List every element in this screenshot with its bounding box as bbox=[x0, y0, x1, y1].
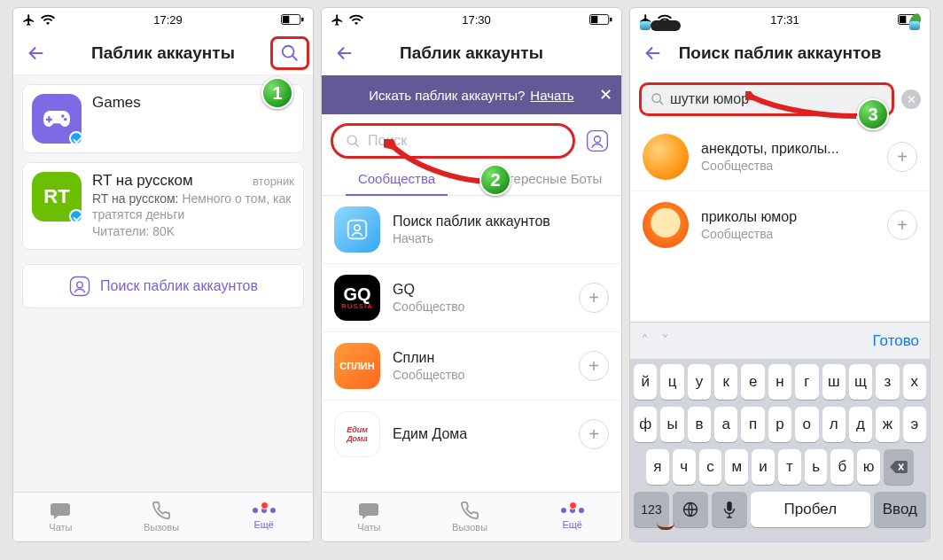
key-к[interactable]: к bbox=[714, 364, 737, 400]
key-ц[interactable]: ц bbox=[660, 364, 683, 400]
svg-point-3 bbox=[283, 46, 294, 58]
key-ж[interactable]: ж bbox=[876, 407, 899, 442]
add-button[interactable]: + bbox=[887, 142, 917, 172]
list-item[interactable]: Поиск паблик аккаунтов Начать bbox=[322, 196, 621, 264]
avatar bbox=[643, 202, 689, 248]
tab-bar: Чаты Вызовы Ещё bbox=[13, 492, 313, 541]
key-й[interactable]: й bbox=[634, 364, 657, 400]
add-button[interactable]: + bbox=[579, 283, 609, 313]
add-button[interactable]: + bbox=[887, 210, 917, 240]
tab-calls[interactable]: Вызовы bbox=[452, 501, 487, 533]
key-ф[interactable]: ф bbox=[634, 407, 657, 442]
list-item-sub: Сообщество bbox=[393, 368, 464, 382]
key-с[interactable]: с bbox=[699, 449, 722, 485]
key-т[interactable]: т bbox=[778, 449, 801, 485]
wifi-icon bbox=[349, 14, 363, 25]
svg-rect-7 bbox=[46, 119, 53, 121]
back-button[interactable] bbox=[327, 31, 362, 75]
chevron-up-icon[interactable]: ˄ bbox=[641, 331, 649, 351]
key-р[interactable]: р bbox=[768, 407, 791, 442]
keyboard-done-button[interactable]: Готово bbox=[873, 332, 920, 350]
avatar: СПЛИН bbox=[334, 343, 380, 389]
key-ы[interactable]: ы bbox=[660, 407, 683, 442]
svg-rect-8 bbox=[71, 276, 90, 295]
add-button[interactable]: + bbox=[579, 419, 609, 449]
list-item[interactable]: СПЛИН Сплин Сообщество + bbox=[322, 332, 621, 401]
key-щ[interactable]: щ bbox=[849, 364, 872, 400]
key-у[interactable]: у bbox=[688, 364, 711, 400]
discover-button[interactable] bbox=[582, 126, 612, 156]
svg-point-21 bbox=[561, 508, 566, 513]
search-banner[interactable]: Искать паблик аккаунты? Начать ✕ bbox=[322, 75, 621, 114]
list-item[interactable]: приколы юмор Сообщества + bbox=[630, 191, 930, 259]
search-public-accounts-button[interactable]: Поиск паблик аккаунтов bbox=[22, 264, 304, 308]
key-н[interactable]: н bbox=[768, 364, 791, 400]
key-о[interactable]: о bbox=[795, 407, 818, 442]
key-з[interactable]: з bbox=[876, 364, 899, 400]
nav-header: Поиск паблик аккаунтов bbox=[630, 31, 930, 75]
enter-key[interactable]: Ввод bbox=[874, 492, 926, 527]
svg-rect-15 bbox=[610, 18, 612, 22]
list-item-sub: Сообщество bbox=[393, 299, 464, 314]
list-item[interactable]: RT RT на русском вторник RT на русском: … bbox=[22, 162, 304, 250]
clear-button[interactable]: ✕ bbox=[901, 89, 921, 109]
tab-chats[interactable]: Чаты bbox=[357, 501, 380, 533]
key-д[interactable]: д bbox=[849, 407, 872, 442]
key-е[interactable]: е bbox=[741, 364, 764, 400]
mic-key[interactable] bbox=[712, 492, 747, 527]
tab-chats[interactable]: Чаты bbox=[49, 501, 72, 533]
key-ч[interactable]: ч bbox=[673, 449, 696, 485]
back-button[interactable] bbox=[635, 31, 671, 75]
page-title: Паблик аккаунты bbox=[400, 43, 543, 63]
svg-rect-25 bbox=[900, 16, 906, 23]
tab-calls[interactable]: Вызовы bbox=[144, 501, 179, 533]
tab-bar: Чаты Вызовы Ещё bbox=[322, 492, 621, 541]
key-г[interactable]: г bbox=[795, 364, 818, 400]
key-м[interactable]: м bbox=[725, 449, 748, 485]
phone-screen-1: 17:29 Паблик аккаунты Games RT bbox=[12, 7, 314, 542]
tab-more[interactable]: Ещё bbox=[559, 503, 586, 530]
nav-header: Паблик аккаунты bbox=[322, 31, 621, 75]
key-ш[interactable]: ш bbox=[822, 364, 846, 400]
backspace-icon bbox=[889, 460, 908, 474]
svg-rect-17 bbox=[588, 131, 608, 152]
list-item[interactable]: GQRUSSIA GQ Сообщество + bbox=[322, 264, 621, 332]
key-ь[interactable]: ь bbox=[805, 449, 828, 485]
keyboard-toolbar: ˄ ˅ Готово bbox=[630, 322, 930, 359]
key-б[interactable]: б bbox=[830, 449, 853, 485]
search-button[interactable] bbox=[270, 36, 309, 70]
key-л[interactable]: л bbox=[822, 407, 846, 442]
add-button[interactable]: + bbox=[579, 351, 609, 381]
battery-icon bbox=[281, 14, 304, 25]
key-ю[interactable]: ю bbox=[857, 449, 880, 485]
svg-point-9 bbox=[77, 282, 83, 288]
tab-more[interactable]: Ещё bbox=[251, 503, 277, 530]
backspace-key[interactable] bbox=[884, 449, 914, 485]
phone-screen-3: 17:31 Поиск паблик аккаунтов ✕ анекдоты,… bbox=[629, 7, 931, 542]
list-item-title: GQ bbox=[393, 282, 464, 298]
search-public-accounts-label: Поиск паблик аккаунтов bbox=[100, 278, 258, 294]
banner-text: Искать паблик аккаунты? bbox=[369, 88, 525, 103]
public-account-icon bbox=[585, 128, 610, 153]
key-э[interactable]: э bbox=[903, 407, 926, 442]
key-а[interactable]: а bbox=[714, 407, 737, 442]
list-item[interactable]: ЕдимДома Едим Дома + bbox=[322, 401, 621, 468]
banner-link[interactable]: Начать bbox=[530, 88, 573, 103]
svg-point-4 bbox=[61, 114, 65, 118]
back-button[interactable] bbox=[19, 31, 54, 74]
key-п[interactable]: п bbox=[741, 407, 764, 442]
key-х[interactable]: х bbox=[903, 364, 926, 400]
key-и[interactable]: и bbox=[752, 449, 775, 485]
key-я[interactable]: я bbox=[646, 449, 669, 485]
public-account-icon bbox=[68, 275, 91, 298]
svg-point-10 bbox=[253, 508, 258, 513]
space-key[interactable]: Пробел bbox=[751, 492, 870, 527]
numbers-key[interactable]: 123 bbox=[634, 492, 669, 527]
list-item[interactable]: анекдоты, приколы... Сообщества + bbox=[630, 123, 930, 191]
key-в[interactable]: в bbox=[688, 407, 711, 442]
globe-key[interactable] bbox=[673, 492, 708, 527]
close-icon[interactable]: ✕ bbox=[599, 75, 612, 114]
verified-badge-icon bbox=[69, 209, 83, 223]
chevron-down-icon[interactable]: ˅ bbox=[661, 331, 669, 351]
svg-point-18 bbox=[595, 136, 601, 143]
